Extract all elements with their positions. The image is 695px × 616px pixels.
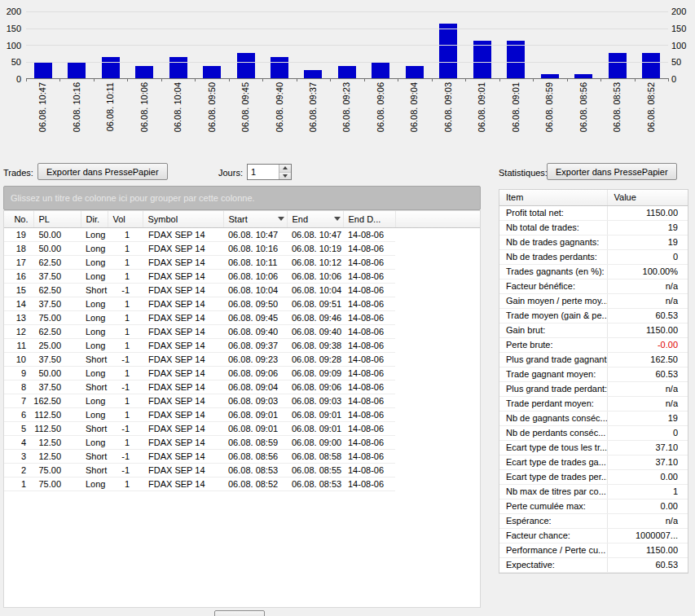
- trades-table-body: 1950.00Long1FDAX SEP 1406.08. 10:4706.08…: [4, 227, 480, 491]
- column-header-vol[interactable]: Vol: [108, 211, 143, 227]
- x-axis-tick: [533, 78, 534, 81]
- stat-row: Expectative:60.53: [499, 557, 688, 572]
- sort-arrow-icon[interactable]: [334, 217, 341, 221]
- trade-cell: 25.00: [33, 338, 81, 352]
- column-header-symbol[interactable]: Symbol: [143, 211, 223, 227]
- column-header-start[interactable]: Start: [223, 211, 287, 227]
- x-axis-tick: [499, 78, 500, 81]
- trade-row[interactable]: 1562.50Short-1FDAX SEP 1406.08. 10:0406.…: [4, 283, 480, 297]
- chart-x-label: 06.08. 09:40: [275, 82, 285, 132]
- trade-cell: 1: [108, 394, 143, 407]
- x-axis-tick: [127, 78, 128, 81]
- trade-cell: 06.08. 09:09: [287, 366, 343, 380]
- trade-cell: 50.00: [33, 366, 81, 380]
- stats-export-button[interactable]: Exporter dans PressePapier: [547, 163, 677, 180]
- trade-cell: 06.08. 10:47: [223, 227, 287, 241]
- chart-bar: [609, 53, 627, 78]
- trade-row[interactable]: 7162.50Long1FDAX SEP 1406.08. 09:0306.08…: [4, 394, 480, 407]
- trades-grid: No.PLDir.VolSymbolStartEndEnd D... 1950.…: [3, 210, 481, 608]
- trade-row[interactable]: 275.00Short-1FDAX SEP 1406.08. 08:5306.0…: [4, 463, 480, 477]
- trade-row[interactable]: 1637.50Long1FDAX SEP 1406.08. 10:0606.08…: [4, 269, 480, 283]
- trade-cell: 10: [4, 352, 33, 366]
- stat-item-label: Facteur chance:: [499, 528, 607, 543]
- stat-row: Nb de trades perdants:0: [499, 249, 688, 264]
- trade-cell: 06.08. 08:52: [223, 477, 287, 491]
- column-header-item[interactable]: Item: [499, 190, 607, 205]
- trade-row[interactable]: 312.50Short-1FDAX SEP 1406.08. 08:5606.0…: [4, 449, 480, 463]
- trades-table: No.PLDir.VolSymbolStartEndEnd D... 1950.…: [4, 211, 480, 491]
- trade-row[interactable]: 1262.50Long1FDAX SEP 1406.08. 09:4006.08…: [4, 324, 480, 338]
- stat-item-label: Gain brut:: [499, 323, 607, 337]
- stat-item-value: n/a: [607, 513, 688, 528]
- stat-item-label: Plus grand trade gagnant:: [499, 352, 607, 367]
- trade-cell: 14-08-06: [343, 310, 395, 324]
- chart-bar: [473, 41, 491, 78]
- sort-arrow-icon[interactable]: [278, 217, 284, 221]
- group-by-bar[interactable]: Glissez un titre de colonne ici pour gro…: [3, 186, 481, 210]
- trade-row[interactable]: 175.00Long1FDAX SEP 1406.08. 08:5206.08.…: [4, 477, 480, 491]
- column-header-end-d[interactable]: End D...: [343, 211, 395, 227]
- trade-row[interactable]: 1037.50Short-1FDAX SEP 1406.08. 09:2306.…: [4, 352, 480, 366]
- stat-item-label: Nb de trades perdants:: [499, 249, 607, 264]
- stat-row: Nb de gagnants conséc...19: [499, 411, 688, 425]
- column-header-pl[interactable]: PL: [33, 211, 81, 227]
- x-axis-tick: [364, 78, 365, 81]
- trade-cell: Long: [81, 324, 108, 338]
- stat-item-label: Perte brute:: [499, 337, 607, 352]
- trade-row[interactable]: 950.00Long1FDAX SEP 1406.08. 09:0606.08.…: [4, 366, 480, 380]
- trade-cell: 14-08-06: [343, 283, 395, 297]
- trade-cell: 8: [4, 380, 33, 394]
- trade-row[interactable]: 1125.00Long1FDAX SEP 1406.08. 09:3706.08…: [4, 338, 480, 352]
- trade-cell: 6: [4, 407, 33, 421]
- spin-up-button[interactable]: [279, 165, 291, 173]
- partial-button[interactable]: [214, 610, 265, 616]
- y-tick-label: 50: [11, 57, 21, 67]
- chart-bar: [406, 66, 424, 78]
- trade-row[interactable]: 1437.50Long1FDAX SEP 1406.08. 09:5006.08…: [4, 297, 480, 310]
- trade-cell: Long: [81, 366, 108, 380]
- trade-cell: 06.08. 09:51: [287, 297, 343, 310]
- y-tick-label: 200: [671, 7, 686, 16]
- column-header-value[interactable]: Value: [607, 190, 688, 205]
- jours-input[interactable]: [248, 165, 279, 179]
- trade-row[interactable]: 412.50Long1FDAX SEP 1406.08. 08:5906.08.…: [4, 435, 480, 449]
- column-header-dir[interactable]: Dir.: [81, 211, 108, 227]
- trade-cell: 1: [108, 407, 143, 421]
- stat-item-value: 1: [607, 484, 688, 499]
- trade-cell: FDAX SEP 14: [143, 227, 223, 241]
- jours-spinner[interactable]: [247, 164, 292, 180]
- spin-down-button[interactable]: [279, 173, 291, 180]
- spin-up-icon: [283, 166, 288, 169]
- stat-item-label: Ecart type de trades per...: [499, 469, 607, 484]
- trade-row[interactable]: 1850.00Long1FDAX SEP 1406.08. 10:1606.08…: [4, 241, 480, 255]
- trade-cell: 1: [108, 477, 143, 491]
- x-axis-tick: [600, 78, 601, 81]
- x-axis-tick: [59, 78, 60, 81]
- trades-export-button[interactable]: Exporter dans PressePapier: [37, 163, 168, 180]
- trade-cell: FDAX SEP 14: [143, 366, 223, 380]
- trade-cell: 14-08-06: [343, 463, 395, 477]
- trade-cell: 50.00: [33, 241, 81, 255]
- trade-row[interactable]: 6112.50Long1FDAX SEP 1406.08. 09:0106.08…: [4, 407, 480, 421]
- trade-cell: 1: [108, 297, 143, 310]
- trade-row[interactable]: 1375.00Long1FDAX SEP 1406.08. 09:4506.08…: [4, 310, 480, 324]
- trade-row[interactable]: 837.50Short-1FDAX SEP 1406.08. 09:0406.0…: [4, 380, 480, 394]
- trade-cell: -1: [108, 380, 143, 394]
- stat-item-value: -0.00: [607, 337, 688, 352]
- stat-row: Nb de perdants conséc...0: [499, 425, 688, 440]
- column-header-end[interactable]: End: [287, 211, 343, 227]
- stat-item-label: Performance / Perte cu...: [499, 543, 607, 557]
- trade-row[interactable]: 5112.50Short-1FDAX SEP 1406.08. 09:0106.…: [4, 421, 480, 435]
- column-header-no[interactable]: No.: [4, 211, 33, 227]
- y-axis-right: 200150100500: [670, 0, 694, 90]
- trade-row[interactable]: 1950.00Long1FDAX SEP 1406.08. 10:4706.08…: [4, 227, 480, 241]
- trade-cell: Long: [81, 338, 108, 352]
- stat-row: Nb total de trades:19: [499, 220, 688, 235]
- trade-cell: 1: [108, 366, 143, 380]
- chart-x-label: 06.08. 10:16: [72, 82, 82, 132]
- stat-row: Nb max de titres par co...1: [499, 484, 688, 499]
- trade-row[interactable]: 1762.50Long1FDAX SEP 1406.08. 10:1106.08…: [4, 255, 480, 269]
- x-axis-tick: [161, 78, 162, 81]
- chart-x-axis-labels: 06.08. 10:4706.08. 10:1606.08. 10:1106.0…: [26, 82, 668, 156]
- stat-row: Trade gagnant moyen:60.53: [499, 367, 688, 381]
